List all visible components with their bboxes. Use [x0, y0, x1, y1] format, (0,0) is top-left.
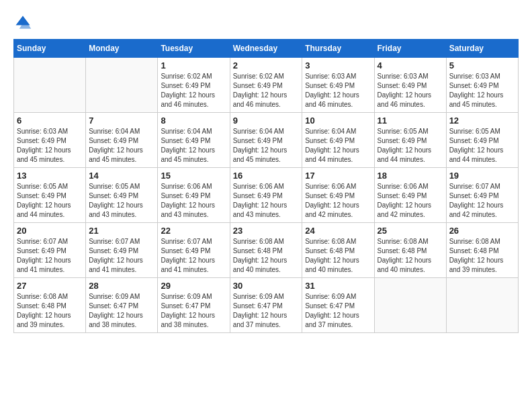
day-number: 22 [161, 226, 226, 236]
header-tuesday: Tuesday [158, 40, 230, 58]
day-info: Sunrise: 6:08 AM Sunset: 6:48 PM Dayligh… [305, 237, 371, 275]
day-info: Sunrise: 6:07 AM Sunset: 6:49 PM Dayligh… [449, 182, 515, 220]
header-monday: Monday [86, 40, 158, 58]
day-info: Sunrise: 6:08 AM Sunset: 6:48 PM Dayligh… [17, 292, 83, 330]
day-info: Sunrise: 6:02 AM Sunset: 6:49 PM Dayligh… [161, 72, 226, 109]
day-number: 19 [449, 171, 515, 181]
day-number: 10 [305, 116, 371, 126]
day-info: Sunrise: 6:08 AM Sunset: 6:48 PM Dayligh… [233, 237, 300, 275]
day-info: Sunrise: 6:09 AM Sunset: 6:47 PM Dayligh… [233, 292, 300, 330]
page-header [13, 13, 519, 32]
week-row-3: 20Sunrise: 6:07 AM Sunset: 6:49 PM Dayli… [14, 223, 519, 278]
day-number: 6 [17, 116, 83, 126]
day-info: Sunrise: 6:06 AM Sunset: 6:49 PM Dayligh… [378, 182, 443, 220]
day-number: 28 [89, 281, 154, 291]
day-info: Sunrise: 6:03 AM Sunset: 6:49 PM Dayligh… [305, 72, 371, 109]
header-thursday: Thursday [302, 40, 374, 58]
calendar-table: SundayMondayTuesdayWednesdayThursdayFrid… [13, 39, 519, 333]
calendar-cell: 14Sunrise: 6:05 AM Sunset: 6:49 PM Dayli… [86, 168, 158, 223]
day-info: Sunrise: 6:07 AM Sunset: 6:49 PM Dayligh… [161, 237, 226, 275]
header-saturday: Saturday [446, 40, 518, 58]
week-row-2: 13Sunrise: 6:05 AM Sunset: 6:49 PM Dayli… [14, 168, 519, 223]
day-number: 9 [233, 116, 300, 126]
calendar-cell: 19Sunrise: 6:07 AM Sunset: 6:49 PM Dayli… [446, 168, 518, 223]
calendar-cell [374, 278, 446, 333]
day-number: 2 [233, 60, 300, 71]
calendar-cell [446, 278, 518, 333]
day-info: Sunrise: 6:03 AM Sunset: 6:49 PM Dayligh… [449, 72, 515, 109]
calendar-cell: 28Sunrise: 6:09 AM Sunset: 6:47 PM Dayli… [86, 278, 158, 333]
day-info: Sunrise: 6:07 AM Sunset: 6:49 PM Dayligh… [17, 237, 83, 275]
day-number: 23 [233, 226, 300, 236]
calendar-cell: 7Sunrise: 6:04 AM Sunset: 6:49 PM Daylig… [86, 113, 158, 168]
day-info: Sunrise: 6:04 AM Sunset: 6:49 PM Dayligh… [305, 127, 371, 165]
day-info: Sunrise: 6:05 AM Sunset: 6:49 PM Dayligh… [89, 182, 154, 220]
day-info: Sunrise: 6:06 AM Sunset: 6:49 PM Dayligh… [233, 182, 300, 220]
logo [13, 13, 35, 32]
day-info: Sunrise: 6:05 AM Sunset: 6:49 PM Dayligh… [449, 127, 515, 165]
week-row-0: 1Sunrise: 6:02 AM Sunset: 6:49 PM Daylig… [14, 58, 519, 113]
calendar-cell [14, 58, 86, 113]
day-number: 31 [305, 281, 371, 291]
day-info: Sunrise: 6:03 AM Sunset: 6:49 PM Dayligh… [17, 127, 83, 165]
day-number: 24 [305, 226, 371, 236]
day-number: 11 [378, 116, 443, 126]
calendar-cell: 23Sunrise: 6:08 AM Sunset: 6:48 PM Dayli… [230, 223, 302, 278]
day-number: 7 [89, 116, 154, 126]
calendar-cell: 6Sunrise: 6:03 AM Sunset: 6:49 PM Daylig… [14, 113, 86, 168]
calendar-cell: 5Sunrise: 6:03 AM Sunset: 6:49 PM Daylig… [446, 58, 518, 113]
calendar-cell: 17Sunrise: 6:06 AM Sunset: 6:49 PM Dayli… [302, 168, 374, 223]
calendar-cell: 9Sunrise: 6:04 AM Sunset: 6:49 PM Daylig… [230, 113, 302, 168]
day-info: Sunrise: 6:04 AM Sunset: 6:49 PM Dayligh… [233, 127, 300, 165]
day-number: 26 [449, 226, 515, 236]
day-info: Sunrise: 6:06 AM Sunset: 6:49 PM Dayligh… [161, 182, 226, 220]
calendar-cell: 24Sunrise: 6:08 AM Sunset: 6:48 PM Dayli… [302, 223, 374, 278]
day-number: 29 [161, 281, 226, 291]
day-number: 8 [161, 116, 226, 126]
logo-icon [13, 13, 32, 32]
day-number: 13 [17, 171, 83, 181]
calendar-cell: 30Sunrise: 6:09 AM Sunset: 6:47 PM Dayli… [230, 278, 302, 333]
calendar-cell: 21Sunrise: 6:07 AM Sunset: 6:49 PM Dayli… [86, 223, 158, 278]
day-info: Sunrise: 6:09 AM Sunset: 6:47 PM Dayligh… [161, 292, 226, 330]
calendar-cell [86, 58, 158, 113]
calendar-cell: 11Sunrise: 6:05 AM Sunset: 6:49 PM Dayli… [374, 113, 446, 168]
calendar-cell: 15Sunrise: 6:06 AM Sunset: 6:49 PM Dayli… [158, 168, 230, 223]
day-number: 27 [17, 281, 83, 291]
calendar-cell: 13Sunrise: 6:05 AM Sunset: 6:49 PM Dayli… [14, 168, 86, 223]
day-number: 25 [378, 226, 443, 236]
day-number: 21 [89, 226, 154, 236]
calendar-cell: 1Sunrise: 6:02 AM Sunset: 6:49 PM Daylig… [158, 58, 230, 113]
day-number: 4 [378, 60, 443, 71]
calendar-cell: 22Sunrise: 6:07 AM Sunset: 6:49 PM Dayli… [158, 223, 230, 278]
header-friday: Friday [374, 40, 446, 58]
day-info: Sunrise: 6:02 AM Sunset: 6:49 PM Dayligh… [233, 72, 300, 109]
calendar-header-row: SundayMondayTuesdayWednesdayThursdayFrid… [14, 40, 519, 58]
day-info: Sunrise: 6:09 AM Sunset: 6:47 PM Dayligh… [89, 292, 154, 330]
calendar-cell: 8Sunrise: 6:04 AM Sunset: 6:49 PM Daylig… [158, 113, 230, 168]
day-number: 30 [233, 281, 300, 291]
day-number: 20 [17, 226, 83, 236]
day-info: Sunrise: 6:08 AM Sunset: 6:48 PM Dayligh… [449, 237, 515, 275]
day-number: 18 [378, 171, 443, 181]
calendar-cell: 16Sunrise: 6:06 AM Sunset: 6:49 PM Dayli… [230, 168, 302, 223]
calendar-cell: 31Sunrise: 6:09 AM Sunset: 6:47 PM Dayli… [302, 278, 374, 333]
header-wednesday: Wednesday [230, 40, 302, 58]
day-info: Sunrise: 6:08 AM Sunset: 6:48 PM Dayligh… [378, 237, 443, 275]
calendar-cell: 20Sunrise: 6:07 AM Sunset: 6:49 PM Dayli… [14, 223, 86, 278]
day-number: 17 [305, 171, 371, 181]
day-number: 12 [449, 116, 515, 126]
calendar-cell: 27Sunrise: 6:08 AM Sunset: 6:48 PM Dayli… [14, 278, 86, 333]
calendar-cell: 4Sunrise: 6:03 AM Sunset: 6:49 PM Daylig… [374, 58, 446, 113]
calendar-cell: 18Sunrise: 6:06 AM Sunset: 6:49 PM Dayli… [374, 168, 446, 223]
calendar-cell: 3Sunrise: 6:03 AM Sunset: 6:49 PM Daylig… [302, 58, 374, 113]
day-number: 3 [305, 60, 371, 71]
day-info: Sunrise: 6:04 AM Sunset: 6:49 PM Dayligh… [161, 127, 226, 165]
week-row-4: 27Sunrise: 6:08 AM Sunset: 6:48 PM Dayli… [14, 278, 519, 333]
day-number: 15 [161, 171, 226, 181]
day-info: Sunrise: 6:06 AM Sunset: 6:49 PM Dayligh… [305, 182, 371, 220]
header-sunday: Sunday [14, 40, 86, 58]
day-info: Sunrise: 6:07 AM Sunset: 6:49 PM Dayligh… [89, 237, 154, 275]
week-row-1: 6Sunrise: 6:03 AM Sunset: 6:49 PM Daylig… [14, 113, 519, 168]
day-info: Sunrise: 6:03 AM Sunset: 6:49 PM Dayligh… [378, 72, 443, 109]
